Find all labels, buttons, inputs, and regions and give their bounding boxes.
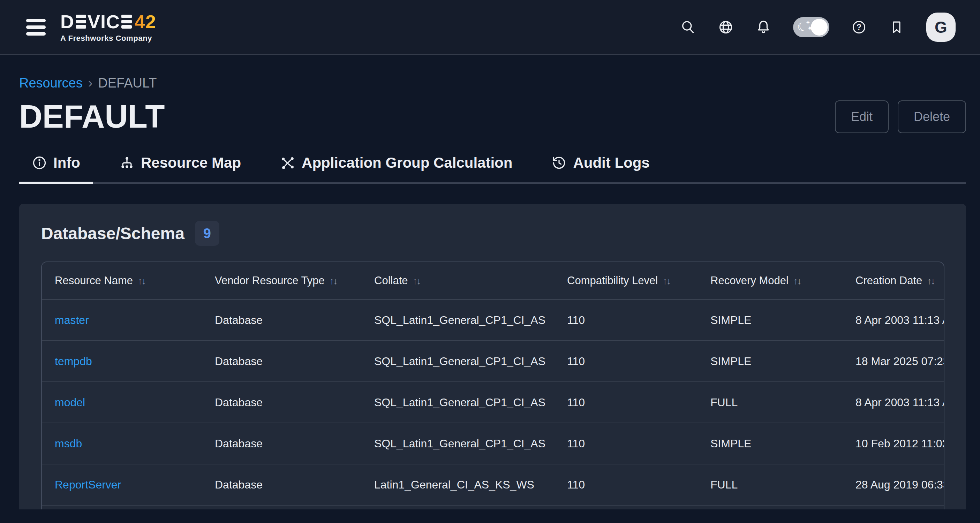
tab-bar: Info Resource Map Application Group Calc… bbox=[19, 154, 966, 184]
cell-vendor-resource-type: Database bbox=[202, 341, 361, 382]
cell-vendor-resource-type: Database bbox=[202, 299, 361, 341]
sort-icon: ↑↓ bbox=[794, 276, 801, 286]
page-title: DEFAULT bbox=[19, 98, 165, 135]
column-label: Recovery Model bbox=[710, 274, 789, 287]
cell-compatibility-level: 110 bbox=[554, 341, 697, 382]
info-icon bbox=[32, 155, 47, 170]
table-row: masterDatabaseSQL_Latin1_General_CP1_CI_… bbox=[42, 299, 944, 341]
sort-icon: ↑↓ bbox=[413, 276, 420, 286]
resource-table: Resource Name↑↓Vendor Resource Type↑↓Col… bbox=[42, 262, 944, 509]
column-header-creation-date[interactable]: Creation Date↑↓ bbox=[843, 262, 944, 299]
edit-button[interactable]: Edit bbox=[835, 100, 889, 133]
cell-collate: Latin1_General_CI_AS_KS_WS bbox=[361, 464, 554, 505]
column-header-recovery-model[interactable]: Recovery Model↑↓ bbox=[697, 262, 843, 299]
hamburger-menu-icon[interactable] bbox=[26, 19, 46, 36]
sort-icon: ↑↓ bbox=[138, 276, 145, 286]
column-header-collate[interactable]: Collate↑↓ bbox=[361, 262, 554, 299]
globe-icon[interactable] bbox=[718, 19, 734, 35]
cell-collate: SQL_Latin1_General_CP1_CI_AS bbox=[361, 341, 554, 382]
breadcrumb-resources-link[interactable]: Resources bbox=[19, 76, 83, 91]
column-header-resource-name[interactable]: Resource Name↑↓ bbox=[42, 262, 202, 299]
cell-compatibility-level: 110 bbox=[554, 299, 697, 341]
cell-recovery-model: SIMPLE bbox=[697, 299, 843, 341]
logo-e-glyph bbox=[121, 14, 132, 29]
tab-label: Audit Logs bbox=[573, 154, 649, 171]
table-row: tempdbDatabaseSQL_Latin1_General_CP1_CI_… bbox=[42, 341, 944, 382]
table-row-partial bbox=[42, 505, 944, 509]
column-label: Creation Date bbox=[856, 274, 922, 287]
bookmark-icon[interactable] bbox=[889, 19, 905, 35]
column-header-compatibility-level[interactable]: Compatibility Level↑↓ bbox=[554, 262, 697, 299]
column-label: Resource Name bbox=[55, 274, 133, 287]
title-row: DEFAULT Edit Delete bbox=[19, 98, 966, 135]
resource-name-link[interactable]: tempdb bbox=[55, 355, 92, 367]
avatar-letter: G bbox=[935, 18, 947, 37]
column-header-vendor-resource-type[interactable]: Vendor Resource Type↑↓ bbox=[202, 262, 361, 299]
count-badge: 9 bbox=[195, 221, 220, 246]
table-row: ReportServerDatabaseLatin1_General_CI_AS… bbox=[42, 464, 944, 505]
column-label: Collate bbox=[374, 274, 408, 287]
cell-resource-name: master bbox=[42, 299, 202, 341]
svg-text:?: ? bbox=[856, 23, 861, 32]
tab-label: Info bbox=[53, 154, 80, 171]
theme-toggle[interactable]: ☾ ✦ ✦ bbox=[793, 17, 829, 37]
cell-vendor-resource-type: Database bbox=[202, 382, 361, 423]
tab-label: Resource Map bbox=[141, 154, 241, 171]
topbar-actions: ☾ ✦ ✦ ? G bbox=[680, 13, 956, 42]
database-schema-panel: Database/Schema 9 Resource Name↑↓Vendor … bbox=[19, 204, 966, 509]
cell-collate: SQL_Latin1_General_CP1_CI_AS bbox=[361, 423, 554, 464]
cell-creation-date: 28 Aug 2019 06:33 bbox=[843, 464, 944, 505]
sort-icon: ↑↓ bbox=[663, 276, 670, 286]
table-header-row: Resource Name↑↓Vendor Resource Type↑↓Col… bbox=[42, 262, 944, 299]
cell-creation-date: 18 Mar 2025 07:23 bbox=[843, 341, 944, 382]
cell-resource-name: msdb bbox=[42, 423, 202, 464]
cell-collate: SQL_Latin1_General_CP1_CI_AS bbox=[361, 299, 554, 341]
tab-label: Application Group Calculation bbox=[302, 154, 512, 171]
sort-icon: ↑↓ bbox=[329, 276, 337, 286]
history-icon bbox=[551, 155, 567, 170]
network-icon bbox=[280, 155, 295, 170]
tab-resource-map[interactable]: Resource Map bbox=[107, 154, 253, 182]
bell-icon[interactable] bbox=[756, 19, 772, 35]
breadcrumb: Resources › DEFAULT bbox=[19, 76, 966, 91]
cell-recovery-model: FULL bbox=[697, 382, 843, 423]
resource-name-link[interactable]: msdb bbox=[55, 437, 82, 450]
cell-compatibility-level: 110 bbox=[554, 382, 697, 423]
logo-42: 42 bbox=[135, 12, 156, 31]
tab-application-group-calculation[interactable]: Application Group Calculation bbox=[267, 154, 525, 182]
top-navigation-bar: DVIC42 A Freshworks Company ☾ ✦ ✦ ? G bbox=[0, 0, 980, 55]
search-icon[interactable] bbox=[680, 19, 696, 35]
table-row: modelDatabaseSQL_Latin1_General_CP1_CI_A… bbox=[42, 382, 944, 423]
delete-button[interactable]: Delete bbox=[898, 100, 966, 133]
cell-vendor-resource-type: Database bbox=[202, 423, 361, 464]
column-label: Vendor Resource Type bbox=[215, 274, 325, 287]
panel-header: Database/Schema 9 bbox=[41, 221, 944, 246]
page-actions: Edit Delete bbox=[835, 100, 966, 133]
cell-creation-date: 10 Feb 2012 11:02 P bbox=[843, 423, 944, 464]
cell-resource-name: ReportServer bbox=[42, 464, 202, 505]
resource-name-link[interactable]: ReportServer bbox=[55, 478, 121, 491]
cell-resource-name: model bbox=[42, 382, 202, 423]
cell-recovery-model: FULL bbox=[697, 464, 843, 505]
avatar[interactable]: G bbox=[926, 13, 956, 42]
sitemap-icon bbox=[119, 155, 135, 170]
cell-creation-date: 8 Apr 2003 11:13 AM bbox=[843, 299, 944, 341]
cell-resource-name: tempdb bbox=[42, 341, 202, 382]
breadcrumb-current: DEFAULT bbox=[98, 76, 157, 91]
cell-recovery-model: SIMPLE bbox=[697, 341, 843, 382]
logo-letter-d: D bbox=[60, 12, 74, 31]
tab-audit-logs[interactable]: Audit Logs bbox=[539, 154, 662, 182]
page-content: Resources › DEFAULT DEFAULT Edit Delete … bbox=[0, 76, 980, 509]
resource-name-link[interactable]: model bbox=[55, 396, 85, 409]
tab-info[interactable]: Info bbox=[19, 154, 93, 182]
resource-name-link[interactable]: master bbox=[55, 314, 89, 326]
cell-recovery-model: SIMPLE bbox=[697, 423, 843, 464]
cell-compatibility-level: 110 bbox=[554, 464, 697, 505]
help-icon[interactable]: ? bbox=[851, 19, 867, 35]
logo-letters-vic: VIC bbox=[88, 12, 120, 31]
table-scroll-area[interactable]: Resource Name↑↓Vendor Resource Type↑↓Col… bbox=[41, 262, 944, 509]
cell-vendor-resource-type: Database bbox=[202, 464, 361, 505]
cell-compatibility-level: 110 bbox=[554, 423, 697, 464]
device42-logo[interactable]: DVIC42 A Freshworks Company bbox=[60, 12, 156, 42]
cell-collate: SQL_Latin1_General_CP1_CI_AS bbox=[361, 382, 554, 423]
